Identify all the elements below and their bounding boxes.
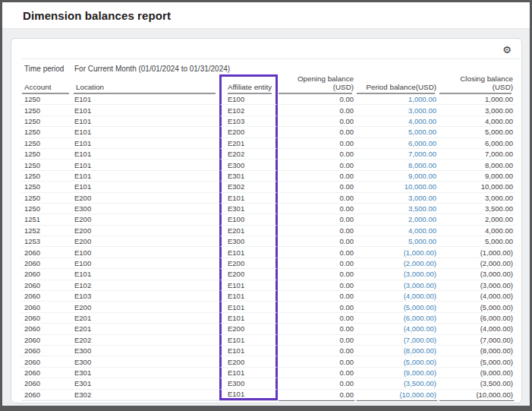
cell-period-balance-link[interactable]: 1,000.00: [356, 94, 439, 105]
cell-location: E302: [73, 390, 219, 400]
cell-opening-balance: 0.00: [278, 138, 356, 149]
cell-closing-balance: 2,000.00: [439, 214, 515, 225]
cell-affiliate-entity: E101: [219, 335, 278, 346]
cell-opening-balance: 0.00: [278, 335, 356, 346]
cell-opening-balance: 0.00: [278, 214, 356, 225]
column-header-closing-balance: Closing balance (USD): [439, 74, 515, 94]
cell-opening-balance: 0.00: [278, 269, 356, 280]
cell-opening-balance: 0.00: [278, 160, 356, 170]
cell-affiliate-entity: E302: [219, 182, 278, 192]
cell-opening-balance: 0.00: [278, 280, 356, 291]
cell-account: 1250: [21, 149, 73, 160]
cell-account: 1250: [21, 127, 73, 138]
table-row: 2060E103E1010.00(4,000.00)(4,000.00): [21, 291, 515, 302]
cell-closing-balance: 3,000.00: [439, 105, 515, 115]
cell-period-balance-link[interactable]: 4,000.00: [356, 226, 439, 236]
cell-location: E101: [73, 149, 219, 160]
cell-closing-balance: (3,500.00): [439, 378, 515, 389]
cell-location: E301: [73, 378, 219, 389]
cell-location: E101: [73, 127, 219, 138]
cell-closing-balance: 7,000.00: [439, 149, 515, 160]
cell-opening-balance: 0.00: [278, 390, 356, 400]
cell-period-balance-link[interactable]: 10,000.00: [356, 182, 439, 192]
cell-opening-balance: 0.00: [278, 356, 356, 367]
report-panel: ⚙ Time period For Current Month (01/01/2…: [11, 38, 522, 403]
cell-period-balance-link[interactable]: (2,000.00): [356, 258, 439, 269]
cell-period-balance-link[interactable]: 5,000.00: [356, 127, 439, 138]
cell-opening-balance: 0.00: [278, 368, 356, 378]
cell-period-balance-link[interactable]: (3,000.00): [356, 269, 439, 280]
cell-closing-balance: 5,000.00: [439, 236, 515, 247]
cell-affiliate-entity: E101: [219, 346, 278, 356]
settings-gear-icon[interactable]: ⚙: [502, 45, 512, 55]
cell-period-balance-link[interactable]: (6,000.00): [356, 313, 439, 324]
cell-closing-balance: (1,000.00): [439, 247, 515, 258]
cell-period-balance-link[interactable]: 3,000.00: [356, 105, 439, 115]
cell-period-balance-link[interactable]: (5,000.00): [356, 302, 439, 312]
cell-period-balance-link[interactable]: (4,000.00): [356, 324, 439, 334]
cell-affiliate-entity: E101: [219, 390, 278, 400]
table-row: 2060E200E1010.00(5,000.00)(5,000.00): [21, 302, 515, 312]
cell-affiliate-entity: E201: [219, 138, 278, 149]
cell-period-balance-link[interactable]: 7,000.00: [356, 149, 439, 160]
grand-total-closing-balance: 0.00: [439, 400, 515, 403]
cell-period-balance-link[interactable]: (3,000.00): [356, 280, 439, 291]
cell-location: E101: [73, 182, 219, 192]
cell-period-balance-link[interactable]: 9,000.00: [356, 171, 439, 182]
cell-account: 2060: [21, 258, 73, 269]
table-row: 2060E102E1010.00(3,000.00)(3,000.00): [21, 280, 515, 291]
column-header-period-balance: Period balance(USD): [356, 74, 439, 94]
cell-period-balance-link[interactable]: 3,000.00: [356, 193, 439, 204]
cell-period-balance-link[interactable]: 8,000.00: [356, 160, 439, 170]
cell-period-balance-link[interactable]: 4,000.00: [356, 116, 439, 127]
cell-closing-balance: 10,000.00: [439, 182, 515, 192]
cell-account: 2060: [21, 247, 73, 258]
cell-account: 1251: [21, 214, 73, 225]
cell-period-balance-link[interactable]: (4,000.00): [356, 291, 439, 302]
table-row: 2060E301E1010.00(9,000.00)(9,000.00): [21, 368, 515, 378]
cell-account: 2060: [21, 324, 73, 334]
cell-period-balance-link[interactable]: (9,000.00): [356, 368, 439, 378]
cell-opening-balance: 0.00: [278, 204, 356, 214]
grand-total-row: Grand total 0.00 0.00 0.00: [21, 400, 515, 403]
cell-location: E300: [73, 346, 219, 356]
cell-account: 1252: [21, 226, 73, 236]
cell-closing-balance: 5,000.00: [439, 127, 515, 138]
table-row: 1251E200E1000.002,000.002,000.00: [21, 214, 515, 225]
cell-affiliate-entity: E101: [219, 193, 278, 204]
cell-closing-balance: 8,000.00: [439, 160, 515, 170]
report-toolbar: ⚙: [11, 39, 521, 55]
cell-location: E100: [73, 258, 219, 269]
cell-account: 2060: [21, 378, 73, 389]
report-table: Account Location Affiliate entity Openin…: [21, 74, 515, 403]
cell-affiliate-entity: E200: [219, 356, 278, 367]
cell-period-balance-link[interactable]: (8,000.00): [356, 346, 439, 356]
cell-location: E101: [73, 160, 219, 170]
cell-location: E200: [73, 302, 219, 312]
cell-affiliate-entity: E101: [219, 313, 278, 324]
cell-closing-balance: (5,000.00): [439, 302, 515, 312]
cell-period-balance-link[interactable]: 6,000.00: [356, 138, 439, 149]
cell-closing-balance: (3,000.00): [439, 269, 515, 280]
table-row: 2060E101E2000.00(3,000.00)(3,000.00): [21, 269, 515, 280]
cell-affiliate-entity: E200: [219, 324, 278, 334]
cell-closing-balance: 3,000.00: [439, 193, 515, 204]
cell-opening-balance: 0.00: [278, 258, 356, 269]
cell-period-balance-link[interactable]: (5,000.00): [356, 356, 439, 367]
cell-period-balance-link[interactable]: (1,000.00): [356, 247, 439, 258]
cell-location: E301: [73, 368, 219, 378]
cell-location: E101: [73, 116, 219, 127]
cell-period-balance-link[interactable]: 2,000.00: [356, 214, 439, 225]
cell-period-balance-link[interactable]: (3,500.00): [356, 378, 439, 389]
cell-period-balance-link[interactable]: 3,500.00: [356, 204, 439, 214]
cell-period-balance-link[interactable]: 5,000.00: [356, 236, 439, 247]
cell-location: E202: [73, 335, 219, 346]
cell-account: 2060: [21, 368, 73, 378]
table-row: 2060E100E2000.00(2,000.00)(2,000.00): [21, 258, 515, 269]
column-header-location: Location: [73, 74, 219, 94]
cell-period-balance-link[interactable]: (7,000.00): [356, 335, 439, 346]
cell-location: E200: [73, 226, 219, 236]
cell-affiliate-entity: E301: [219, 171, 278, 182]
cell-period-balance-link[interactable]: (10,000.00): [356, 390, 439, 400]
cell-opening-balance: 0.00: [278, 182, 356, 192]
